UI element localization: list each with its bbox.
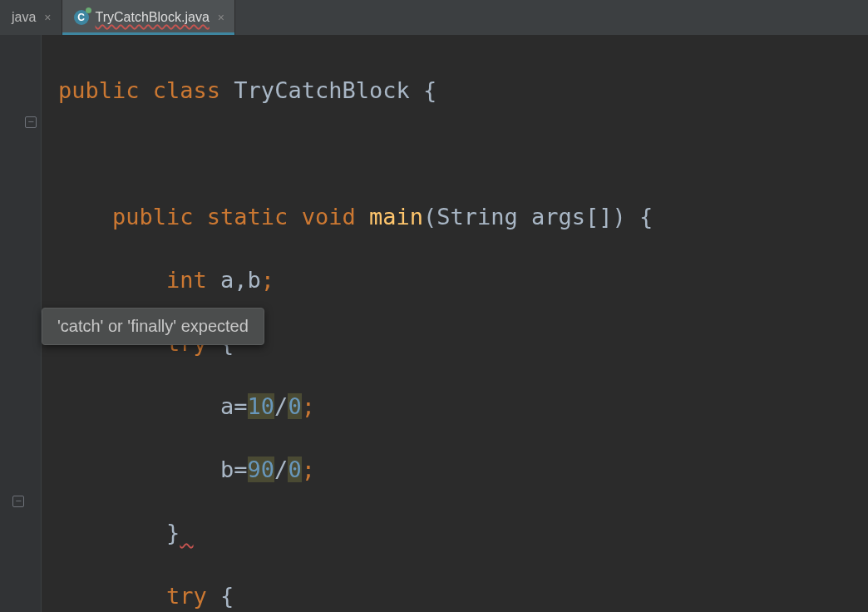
close-icon[interactable]: × — [216, 11, 226, 24]
close-icon[interactable]: × — [42, 11, 52, 24]
fold-minus-icon[interactable]: − — [12, 496, 24, 507]
fold-minus-icon[interactable]: − — [25, 116, 37, 128]
tab-trycatchblock[interactable]: C TryCatchBlock.java × — [62, 0, 235, 35]
code-line: } — [58, 517, 868, 549]
error-tooltip: 'catch' or 'finally' expected — [42, 308, 264, 345]
class-file-icon: C — [74, 10, 89, 25]
tooltip-text: 'catch' or 'finally' expected — [57, 317, 249, 335]
code-line: int a,b; — [58, 264, 868, 296]
tab-label: java — [12, 10, 36, 25]
tab-bar: java × C TryCatchBlock.java × — [0, 0, 868, 35]
tab-java[interactable]: java × — [0, 0, 62, 35]
code-line: a=10/0; — [58, 391, 868, 422]
gutter: − − — [0, 35, 42, 612]
code-line: public static void main(String args[]) { — [58, 201, 868, 233]
code-line: b=90/0; — [58, 454, 868, 486]
tab-label: TryCatchBlock.java — [96, 10, 210, 25]
code-line: public class TryCatchBlock { — [58, 75, 868, 106]
code-line — [58, 138, 868, 170]
code-line: try { — [58, 580, 868, 612]
error-underline — [180, 520, 193, 545]
